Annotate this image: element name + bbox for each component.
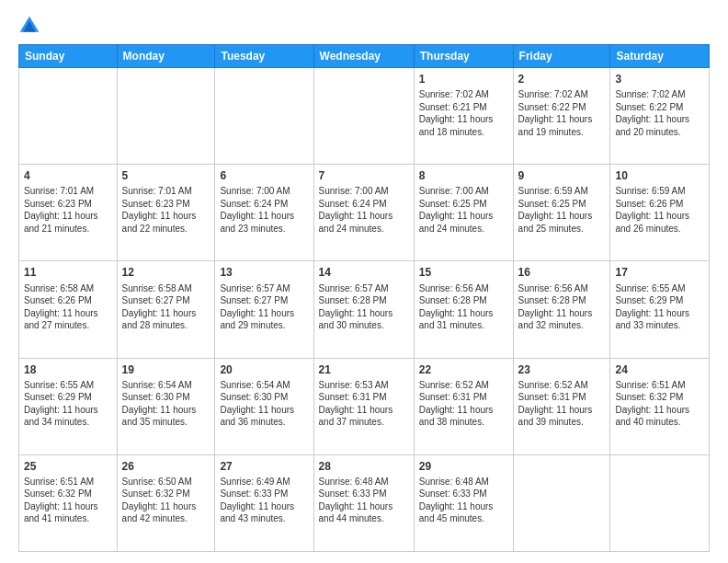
- calendar-cell: 14Sunrise: 6:57 AM Sunset: 6:28 PM Dayli…: [313, 261, 414, 358]
- calendar-week-4: 25Sunrise: 6:51 AM Sunset: 6:32 PM Dayli…: [19, 454, 710, 551]
- calendar-cell: 9Sunrise: 6:59 AM Sunset: 6:25 PM Daylig…: [513, 165, 610, 261]
- day-info: Sunrise: 6:56 AM Sunset: 6:28 PM Dayligh…: [518, 282, 606, 332]
- day-number: 27: [220, 459, 308, 474]
- calendar-cell: 1Sunrise: 7:02 AM Sunset: 6:21 PM Daylig…: [414, 68, 513, 165]
- day-info: Sunrise: 7:01 AM Sunset: 6:23 PM Dayligh…: [122, 185, 210, 235]
- day-info: Sunrise: 7:01 AM Sunset: 6:23 PM Dayligh…: [24, 185, 112, 235]
- calendar-dow-tuesday: Tuesday: [215, 45, 313, 68]
- day-info: Sunrise: 6:52 AM Sunset: 6:31 PM Dayligh…: [518, 379, 606, 429]
- day-info: Sunrise: 6:54 AM Sunset: 6:30 PM Dayligh…: [220, 379, 308, 429]
- day-info: Sunrise: 6:48 AM Sunset: 6:33 PM Dayligh…: [319, 476, 409, 525]
- calendar-cell: 10Sunrise: 6:59 AM Sunset: 6:26 PM Dayli…: [610, 165, 710, 261]
- calendar-cell: [19, 68, 118, 165]
- calendar-cell: 13Sunrise: 6:57 AM Sunset: 6:27 PM Dayli…: [215, 261, 313, 358]
- calendar-cell: [313, 68, 414, 165]
- day-number: 13: [220, 265, 308, 280]
- calendar-table: SundayMondayTuesdayWednesdayThursdayFrid…: [18, 44, 710, 552]
- logo-icon: [18, 15, 40, 37]
- day-info: Sunrise: 6:58 AM Sunset: 6:27 PM Dayligh…: [122, 282, 210, 332]
- calendar-week-2: 11Sunrise: 6:58 AM Sunset: 6:26 PM Dayli…: [19, 261, 710, 358]
- calendar-cell: 4Sunrise: 7:01 AM Sunset: 6:23 PM Daylig…: [19, 165, 118, 261]
- day-number: 1: [419, 72, 508, 86]
- day-info: Sunrise: 7:02 AM Sunset: 6:21 PM Dayligh…: [419, 88, 508, 138]
- day-number: 24: [615, 362, 704, 377]
- calendar-cell: 15Sunrise: 6:56 AM Sunset: 6:28 PM Dayli…: [414, 261, 513, 358]
- calendar-cell: 3Sunrise: 7:02 AM Sunset: 6:22 PM Daylig…: [610, 68, 710, 165]
- calendar-cell: 8Sunrise: 7:00 AM Sunset: 6:25 PM Daylig…: [414, 165, 513, 261]
- calendar-dow-saturday: Saturday: [610, 45, 710, 68]
- calendar-cell: 28Sunrise: 6:48 AM Sunset: 6:33 PM Dayli…: [313, 454, 414, 551]
- day-info: Sunrise: 6:50 AM Sunset: 6:32 PM Dayligh…: [122, 476, 210, 525]
- calendar-dow-thursday: Thursday: [414, 45, 513, 68]
- day-info: Sunrise: 6:51 AM Sunset: 6:32 PM Dayligh…: [615, 379, 704, 429]
- day-number: 3: [615, 72, 704, 86]
- day-number: 11: [24, 265, 112, 280]
- day-info: Sunrise: 6:56 AM Sunset: 6:28 PM Dayligh…: [419, 282, 508, 332]
- day-number: 14: [319, 265, 409, 280]
- day-info: Sunrise: 6:51 AM Sunset: 6:32 PM Dayligh…: [24, 476, 112, 525]
- day-info: Sunrise: 6:54 AM Sunset: 6:30 PM Dayligh…: [122, 379, 210, 429]
- day-number: 19: [122, 362, 210, 377]
- calendar-dow-friday: Friday: [513, 45, 610, 68]
- day-info: Sunrise: 6:57 AM Sunset: 6:28 PM Dayligh…: [319, 282, 409, 332]
- day-number: 26: [122, 459, 210, 474]
- calendar-cell: 5Sunrise: 7:01 AM Sunset: 6:23 PM Daylig…: [117, 165, 215, 261]
- day-info: Sunrise: 6:58 AM Sunset: 6:26 PM Dayligh…: [24, 282, 112, 332]
- day-number: 8: [419, 168, 508, 183]
- calendar-week-0: 1Sunrise: 7:02 AM Sunset: 6:21 PM Daylig…: [19, 68, 710, 165]
- day-info: Sunrise: 7:00 AM Sunset: 6:25 PM Dayligh…: [419, 185, 508, 235]
- day-number: 5: [122, 168, 210, 183]
- calendar-cell: [117, 68, 215, 165]
- day-number: 29: [419, 459, 508, 474]
- day-info: Sunrise: 6:57 AM Sunset: 6:27 PM Dayligh…: [220, 282, 308, 332]
- day-number: 15: [419, 265, 508, 280]
- day-info: Sunrise: 7:00 AM Sunset: 6:24 PM Dayligh…: [319, 185, 409, 235]
- day-number: 18: [24, 362, 112, 377]
- calendar-cell: 17Sunrise: 6:55 AM Sunset: 6:29 PM Dayli…: [610, 261, 710, 358]
- day-number: 23: [518, 362, 606, 377]
- calendar-cell: 29Sunrise: 6:48 AM Sunset: 6:33 PM Dayli…: [414, 454, 513, 551]
- header: [18, 15, 710, 37]
- calendar-cell: [215, 68, 313, 165]
- day-info: Sunrise: 7:02 AM Sunset: 6:22 PM Dayligh…: [518, 88, 606, 138]
- calendar-cell: 19Sunrise: 6:54 AM Sunset: 6:30 PM Dayli…: [117, 358, 215, 454]
- day-info: Sunrise: 6:53 AM Sunset: 6:31 PM Dayligh…: [319, 379, 409, 429]
- calendar-cell: 7Sunrise: 7:00 AM Sunset: 6:24 PM Daylig…: [313, 165, 414, 261]
- calendar-dow-wednesday: Wednesday: [313, 45, 414, 68]
- day-number: 12: [122, 265, 210, 280]
- day-number: 4: [24, 168, 112, 183]
- day-info: Sunrise: 6:49 AM Sunset: 6:33 PM Dayligh…: [220, 476, 308, 525]
- day-info: Sunrise: 6:55 AM Sunset: 6:29 PM Dayligh…: [615, 282, 704, 332]
- calendar-cell: 24Sunrise: 6:51 AM Sunset: 6:32 PM Dayli…: [610, 358, 710, 454]
- day-info: Sunrise: 6:59 AM Sunset: 6:25 PM Dayligh…: [518, 185, 606, 235]
- calendar-cell: 25Sunrise: 6:51 AM Sunset: 6:32 PM Dayli…: [19, 454, 118, 551]
- calendar-cell: [610, 454, 710, 551]
- day-number: 20: [220, 362, 308, 377]
- calendar-cell: 11Sunrise: 6:58 AM Sunset: 6:26 PM Dayli…: [19, 261, 118, 358]
- calendar-cell: 16Sunrise: 6:56 AM Sunset: 6:28 PM Dayli…: [513, 261, 610, 358]
- calendar-week-1: 4Sunrise: 7:01 AM Sunset: 6:23 PM Daylig…: [19, 165, 710, 261]
- calendar-cell: 12Sunrise: 6:58 AM Sunset: 6:27 PM Dayli…: [117, 261, 215, 358]
- calendar-cell: 21Sunrise: 6:53 AM Sunset: 6:31 PM Dayli…: [313, 358, 414, 454]
- day-info: Sunrise: 6:55 AM Sunset: 6:29 PM Dayligh…: [24, 379, 112, 429]
- day-number: 7: [319, 168, 409, 183]
- calendar-cell: 26Sunrise: 6:50 AM Sunset: 6:32 PM Dayli…: [117, 454, 215, 551]
- calendar-week-3: 18Sunrise: 6:55 AM Sunset: 6:29 PM Dayli…: [19, 358, 710, 454]
- calendar-cell: 2Sunrise: 7:02 AM Sunset: 6:22 PM Daylig…: [513, 68, 610, 165]
- day-number: 9: [518, 168, 606, 183]
- day-number: 28: [319, 459, 409, 474]
- calendar-cell: 18Sunrise: 6:55 AM Sunset: 6:29 PM Dayli…: [19, 358, 118, 454]
- day-info: Sunrise: 7:00 AM Sunset: 6:24 PM Dayligh…: [220, 185, 308, 235]
- calendar-cell: 27Sunrise: 6:49 AM Sunset: 6:33 PM Dayli…: [215, 454, 313, 551]
- day-number: 16: [518, 265, 606, 280]
- day-number: 17: [615, 265, 704, 280]
- calendar-cell: [513, 454, 610, 551]
- day-number: 21: [319, 362, 409, 377]
- page: SundayMondayTuesdayWednesdayThursdayFrid…: [0, 0, 728, 563]
- day-number: 2: [518, 72, 606, 86]
- calendar-cell: 22Sunrise: 6:52 AM Sunset: 6:31 PM Dayli…: [414, 358, 513, 454]
- day-number: 22: [419, 362, 508, 377]
- logo: [18, 15, 44, 37]
- day-number: 10: [615, 168, 704, 183]
- calendar-dow-sunday: Sunday: [19, 45, 118, 68]
